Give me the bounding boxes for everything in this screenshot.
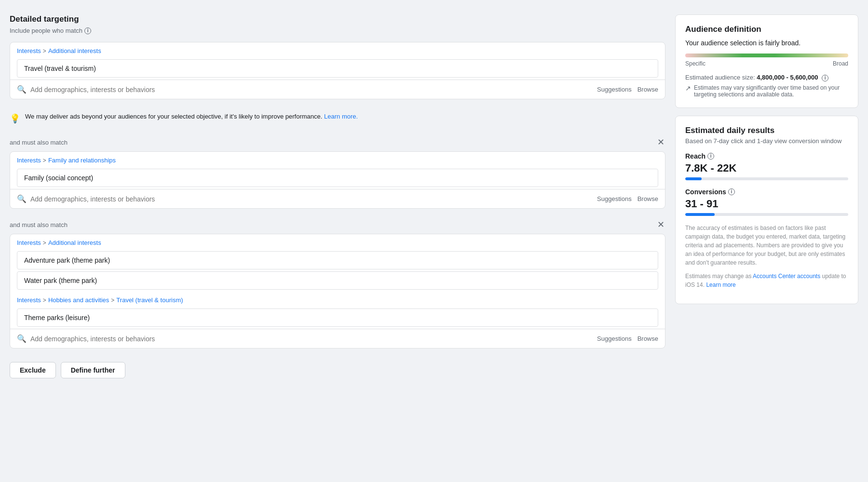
close-group-3[interactable]: ✕ — [656, 219, 665, 230]
reach-bar-fill — [685, 177, 702, 180]
search-row-3: 🔍 Suggestions Browse — [10, 329, 665, 348]
breadcrumb-1: Interests > Additional interests — [10, 42, 665, 57]
ios-note: Estimates may change as Accounts Center … — [685, 272, 848, 289]
learn-more-link[interactable]: Learn more — [706, 281, 735, 288]
tag-travel: Travel (travel & tourism) — [17, 59, 658, 78]
reach-info-icon[interactable]: i — [707, 153, 714, 160]
must-match-label-2: and must also match — [10, 221, 68, 228]
breadcrumb-link-interests-3b[interactable]: Interests — [17, 296, 41, 304]
spectrum-bar — [685, 54, 848, 57]
specific-label: Specific — [685, 60, 705, 67]
search-row-2: 🔍 Suggestions Browse — [10, 189, 665, 208]
daily-results-desc: Based on 7-day click and 1-day view conv… — [685, 137, 848, 145]
breadcrumb-sep-3b2: > — [111, 297, 114, 304]
section-title: Detailed targeting — [10, 14, 665, 24]
conversions-info-icon[interactable]: i — [728, 188, 735, 195]
info-icon[interactable]: i — [84, 27, 91, 34]
accuracy-note: The accuracy of estimates is based on fa… — [685, 224, 848, 267]
conversions-value: 31 - 91 — [685, 198, 848, 210]
browse-btn-3[interactable]: Browse — [637, 335, 658, 342]
tag-theme-parks: Theme parks (leisure) — [17, 308, 658, 327]
tag-water-park: Water park (theme park) — [17, 271, 658, 290]
search-input-3[interactable] — [30, 335, 593, 343]
breadcrumb-link-hobbies[interactable]: Hobbies and activities — [48, 296, 109, 304]
audience-info-icon[interactable]: i — [822, 75, 828, 81]
left-panel: Detailed targeting Include people who ma… — [10, 14, 665, 472]
audience-title: Audience definition — [685, 25, 848, 34]
page-wrapper: Detailed targeting Include people who ma… — [10, 10, 858, 472]
estimates-note: ↗ Estimates may vary significantly over … — [685, 84, 848, 98]
breadcrumb-sep-2: > — [43, 157, 46, 164]
breadcrumb-link-travel-3b[interactable]: Travel (travel & tourism) — [116, 296, 183, 304]
breadcrumb-link-interests-2[interactable]: Interests — [17, 157, 41, 164]
suggestions-btn-3[interactable]: Suggestions — [597, 335, 632, 342]
breadcrumb-3a: Interests > Additional interests — [10, 234, 665, 249]
must-match-row-1: and must also match ✕ — [10, 132, 665, 151]
broad-label: Broad — [833, 60, 848, 67]
audience-description: Your audience selection is fairly broad. — [685, 39, 848, 47]
accounts-center-link[interactable]: Accounts Center accounts — [753, 273, 820, 280]
section-subtitle: Include people who match i — [10, 27, 665, 34]
breadcrumb-2: Interests > Family and relationships — [10, 152, 665, 167]
spectrum-labels: Specific Broad — [685, 60, 848, 67]
daily-results-card: Estimated daily results Based on 7-day c… — [675, 116, 858, 304]
browse-btn-2[interactable]: Browse — [637, 195, 658, 202]
conversions-bar-track — [685, 213, 848, 216]
targeting-group-1: Interests > Additional interests Travel … — [10, 42, 665, 99]
breadcrumb-sep-3b1: > — [43, 297, 46, 304]
breadcrumb-link-additional-3a[interactable]: Additional interests — [48, 239, 101, 246]
bottom-actions: Exclude Define further — [10, 354, 665, 378]
audience-size-label: Estimated audience size: — [685, 74, 755, 81]
breadcrumb-3b: Interests > Hobbies and activities > Tra… — [10, 292, 665, 307]
reach-value: 7.8K - 22K — [685, 162, 848, 174]
reach-bar-track — [685, 177, 848, 180]
must-match-row-2: and must also match ✕ — [10, 214, 665, 234]
breadcrumb-link-family[interactable]: Family and relationships — [48, 157, 116, 164]
tag-family: Family (social concept) — [17, 169, 658, 187]
browse-btn-1[interactable]: Browse — [637, 86, 658, 93]
tip-icon: 💡 — [10, 112, 20, 125]
reach-label: Reach i — [685, 152, 848, 160]
audience-size: Estimated audience size: 4,800,000 - 5,6… — [685, 74, 848, 81]
search-actions-1: Suggestions Browse — [597, 86, 658, 93]
close-group-2[interactable]: ✕ — [656, 137, 665, 147]
conversions-label: Conversions i — [685, 188, 848, 196]
search-icon-3: 🔍 — [17, 334, 27, 343]
subtitle-text: Include people who match — [10, 27, 82, 34]
tip-text: We may deliver ads beyond your audiences… — [25, 112, 358, 121]
spectrum-bar-wrap: Specific Broad — [685, 54, 848, 67]
breadcrumb-link-interests-3a[interactable]: Interests — [17, 239, 41, 246]
search-input-2[interactable] — [30, 195, 593, 203]
suggestions-btn-2[interactable]: Suggestions — [597, 195, 632, 202]
audience-size-value: 4,800,000 - 5,600,000 — [757, 74, 818, 81]
search-row-1: 🔍 Suggestions Browse — [10, 80, 665, 99]
suggestions-btn-1[interactable]: Suggestions — [597, 86, 632, 93]
right-panel: Audience definition Your audience select… — [675, 14, 858, 472]
search-input-1[interactable] — [30, 86, 593, 94]
learn-more-link-tip[interactable]: Learn more. — [324, 113, 358, 120]
search-actions-3: Suggestions Browse — [597, 335, 658, 342]
search-icon-2: 🔍 — [17, 194, 27, 203]
audience-definition-card: Audience definition Your audience select… — [675, 14, 858, 108]
trend-icon: ↗ — [685, 84, 691, 92]
tag-adventure-park: Adventure park (theme park) — [17, 251, 658, 269]
targeting-group-3: Interests > Additional interests Adventu… — [10, 234, 665, 348]
search-icon-1: 🔍 — [17, 85, 27, 94]
conversions-bar-fill — [685, 213, 715, 216]
estimates-note-text: Estimates may vary significantly over ti… — [694, 84, 848, 98]
must-match-label-1: and must also match — [10, 139, 68, 146]
breadcrumb-link-additional-interests-1[interactable]: Additional interests — [48, 47, 101, 54]
daily-results-title: Estimated daily results — [685, 126, 848, 135]
breadcrumb-link-interests-1[interactable]: Interests — [17, 47, 41, 54]
breadcrumb-sep-3a: > — [43, 240, 46, 246]
tip-row: 💡 We may deliver ads beyond your audienc… — [10, 105, 665, 132]
breadcrumb-sep-1: > — [43, 48, 46, 54]
define-further-button[interactable]: Define further — [61, 362, 125, 378]
targeting-group-2: Interests > Family and relationships Fam… — [10, 151, 665, 209]
exclude-button[interactable]: Exclude — [10, 362, 56, 378]
search-actions-2: Suggestions Browse — [597, 195, 658, 202]
